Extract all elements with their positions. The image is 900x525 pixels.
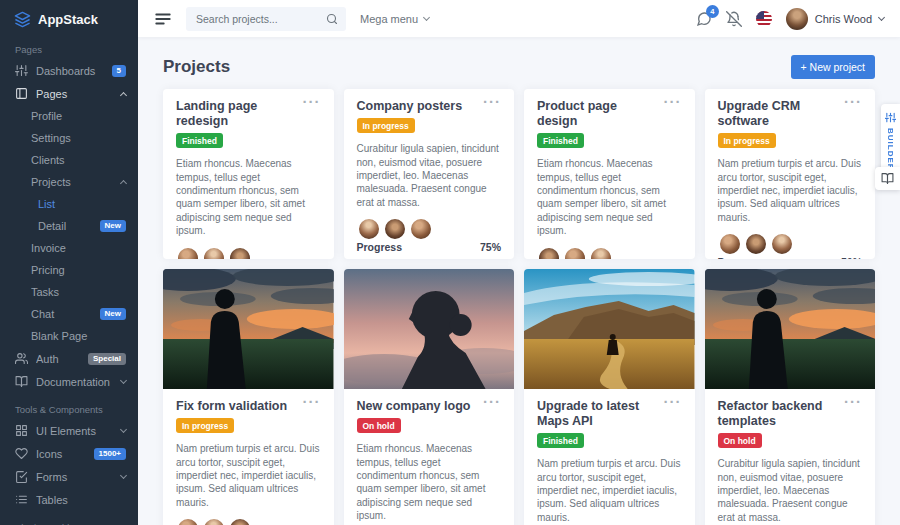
brand[interactable]: AppStack: [0, 0, 138, 33]
sidebar-section-plugins: Plugin & Addons: [0, 511, 138, 525]
heart-icon: [15, 447, 28, 460]
avatar: [202, 246, 226, 259]
search-input[interactable]: [194, 12, 326, 26]
sidebar-item-pricing[interactable]: Pricing: [0, 259, 138, 281]
status-badge: Finished: [176, 133, 223, 148]
sidebar-item-auth[interactable]: Auth Special: [0, 347, 138, 370]
sidebar-item-dashboards[interactable]: Dashboards 5: [0, 59, 138, 82]
search-icon: [326, 13, 338, 25]
progress-value: 75%: [480, 241, 501, 253]
sidebar-item-label: Pages: [36, 88, 113, 100]
messages-button[interactable]: 4: [696, 11, 712, 27]
appstack-logo-icon: [14, 11, 31, 28]
sidebar-item-ui-elements[interactable]: UI Elements: [0, 419, 138, 442]
sidebar-item-projects-list[interactable]: List: [0, 193, 138, 215]
avatar: [537, 246, 561, 259]
avatar: [176, 517, 200, 525]
sidebar-item-icons[interactable]: Icons 1500+: [0, 442, 138, 465]
project-title: Landing page redesign: [176, 99, 297, 129]
page-title: Projects: [163, 57, 230, 77]
avatar-group: [176, 517, 321, 525]
card-menu-button[interactable]: [483, 399, 501, 405]
project-description: Nam pretium turpis et arcu. Duis arcu to…: [537, 457, 682, 524]
progress-label: Progress: [718, 256, 764, 259]
card-menu-button[interactable]: [483, 99, 501, 105]
sidebar-item-chat[interactable]: Chat New: [0, 303, 138, 325]
project-card: Fix form validation In progress Nam pret…: [163, 269, 334, 525]
sidebar-item-projects-detail[interactable]: Detail New: [0, 215, 138, 237]
chevron-up-icon: [120, 180, 127, 187]
card-menu-button[interactable]: [303, 99, 321, 105]
project-photo: [344, 269, 515, 389]
sidebar-layout-icon: [15, 87, 28, 100]
sidebar-item-forms[interactable]: Forms: [0, 465, 138, 488]
project-card: Upgrade CRM software In progress Nam pre…: [705, 89, 876, 259]
project-photo: [163, 269, 334, 389]
documentation-button[interactable]: [875, 167, 900, 190]
chevron-down-icon: [878, 13, 885, 20]
sidebar-item-invoice[interactable]: Invoice: [0, 237, 138, 259]
user-name: Chris Wood: [815, 13, 872, 25]
chevron-down-icon: [120, 376, 127, 383]
project-card: Landing page redesign Finished Etiam rho…: [163, 89, 334, 259]
project-photo: [524, 269, 695, 389]
status-badge: Finished: [537, 133, 584, 148]
sidebar-item-blank-page[interactable]: Blank Page: [0, 325, 138, 347]
project-title: New company logo: [357, 399, 471, 414]
avatar: [718, 232, 742, 256]
project-title: Company posters: [357, 99, 463, 114]
project-card: Refactor backend templates On hold Curab…: [705, 269, 876, 525]
avatar-group: [176, 246, 321, 259]
user-menu[interactable]: Chris Wood: [786, 8, 884, 30]
search-box[interactable]: [186, 7, 346, 31]
chevron-down-icon: [120, 425, 127, 432]
chevron-down-icon: [423, 13, 430, 20]
projects-grid-row2: Fix form validation In progress Nam pret…: [163, 269, 875, 525]
project-description: Curabitur ligula sapien, tincidunt non, …: [718, 457, 863, 524]
sidebar-item-pages[interactable]: Pages: [0, 82, 138, 105]
messages-count-badge: 4: [706, 5, 719, 18]
avatar: [563, 246, 587, 259]
new-project-button[interactable]: + New project: [791, 55, 876, 79]
brand-name: AppStack: [38, 12, 98, 27]
sidebar-item-tables[interactable]: Tables: [0, 488, 138, 511]
progress-value: 50%: [841, 256, 862, 259]
sidebar-item-profile[interactable]: Profile: [0, 105, 138, 127]
status-badge: In progress: [718, 133, 776, 148]
list-icon: [15, 493, 28, 506]
grid-icon: [15, 424, 28, 437]
avatar: [383, 217, 407, 241]
sidebar-item-settings[interactable]: Settings: [0, 127, 138, 149]
check-square-icon: [15, 470, 28, 483]
card-menu-button[interactable]: [844, 99, 862, 105]
status-badge: Finished: [537, 433, 584, 448]
card-menu-button[interactable]: [664, 99, 682, 105]
main-content: Projects + New project Landing page rede…: [138, 37, 900, 525]
sidebar-item-tasks[interactable]: Tasks: [0, 281, 138, 303]
avatar: [770, 232, 794, 256]
notifications-off-button[interactable]: [726, 11, 742, 27]
progress-label: Progress: [357, 241, 403, 253]
sidebar-item-clients[interactable]: Clients: [0, 149, 138, 171]
builder-label: BUILDER: [886, 128, 895, 171]
topbar: Mega menu 4 Chris Wood: [138, 0, 900, 37]
chevron-up-icon: [120, 91, 127, 98]
avatar: [202, 517, 226, 525]
card-menu-button[interactable]: [303, 399, 321, 405]
avatar: [357, 217, 381, 241]
user-avatar: [786, 8, 808, 30]
us-flag-icon[interactable]: [756, 11, 772, 27]
hamburger-menu-button[interactable]: [154, 10, 172, 28]
avatar-group: [537, 246, 682, 259]
card-menu-button[interactable]: [844, 399, 862, 405]
card-menu-button[interactable]: [664, 399, 682, 405]
mega-menu-dropdown[interactable]: Mega menu: [360, 13, 429, 25]
project-description: Etiam rhoncus. Maecenas tempus, tellus e…: [537, 157, 682, 237]
sidebar-item-documentation[interactable]: Documentation: [0, 370, 138, 393]
project-title: Upgrade to latest Maps API: [537, 399, 658, 429]
sidebar-item-label: Dashboards: [36, 65, 104, 77]
book-open-icon: [881, 172, 894, 185]
project-card: Product page design Finished Etiam rhonc…: [524, 89, 695, 259]
project-card: New company logo On hold Etiam rhoncus. …: [344, 269, 515, 525]
sidebar-item-projects[interactable]: Projects: [0, 171, 138, 193]
